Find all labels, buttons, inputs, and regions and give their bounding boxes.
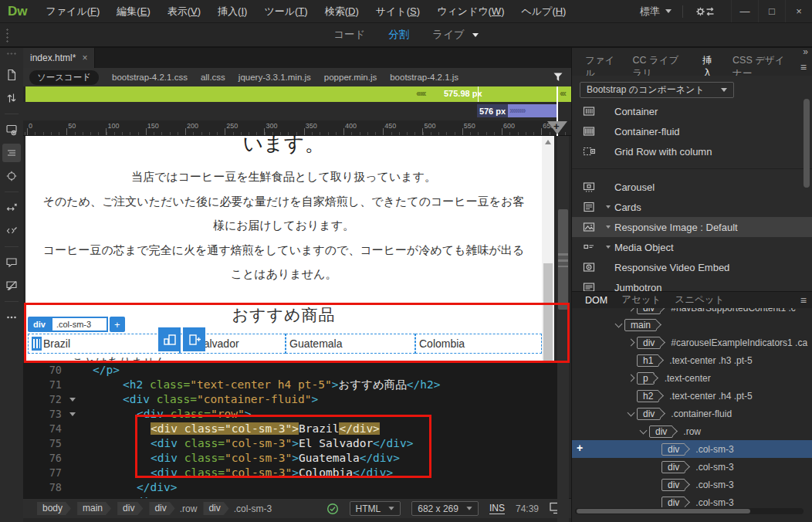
panel-menu-icon[interactable]: ≡ — [800, 294, 807, 307]
insert-item-container-fluid[interactable]: Container-fluid — [572, 121, 812, 141]
live-view[interactable]: います。 当店ではコーヒー豆を生鮮食品として取り扱っています。そのため、ご注文い… — [25, 136, 554, 363]
dom-tag-pill[interactable]: div — [637, 308, 661, 314]
view-mode-code[interactable]: コード — [333, 28, 365, 42]
item-dropdown-caret-icon[interactable] — [606, 225, 614, 229]
related-file[interactable]: bootstrap-4.2.1.js — [390, 73, 458, 82]
maximize-button[interactable]: □ — [758, 0, 785, 22]
menu-item-V[interactable]: 表示(V) — [159, 5, 209, 17]
insert-item-grid-row-with-column[interactable]: Grid Row with column — [572, 141, 812, 161]
menu-item-T[interactable]: ツール(T) — [255, 5, 316, 17]
live-view-scrollbar-thumb[interactable] — [543, 263, 553, 361]
column-cell-guatemala[interactable]: Guatemala — [286, 334, 415, 354]
add-element-icon[interactable]: + — [577, 442, 583, 454]
insert-item-media-object[interactable]: Media Object — [572, 237, 812, 257]
menu-item-E[interactable]: 編集(E) — [108, 5, 158, 17]
menu-item-F[interactable]: ファイル(F) — [38, 5, 109, 17]
code-fold-arrow-icon[interactable] — [69, 412, 76, 416]
dom-row-div--navBarSupportedContent1-c[interactable]: div#navBarSupportedContent1 .c — [572, 308, 812, 316]
code-edit-button[interactable] — [2, 222, 21, 240]
dom-horizontal-scrollbar-thumb[interactable] — [577, 509, 750, 514]
inspect-mode-button[interactable] — [2, 167, 21, 185]
dom-row-div--row[interactable]: div.row — [572, 422, 812, 440]
dom-tag-pill[interactable]: h1 — [637, 354, 659, 367]
insert-item-cards[interactable]: Cards — [572, 197, 812, 217]
dom-row-div--col-sm-3[interactable]: div.col-sm-3 — [572, 493, 812, 507]
live-code-options-button[interactable] — [2, 120, 21, 139]
dom-row-h2--text-center-h4-pt-5[interactable]: h2.text-center .h4 .pt-5 — [572, 387, 812, 405]
swap-size-button[interactable] — [158, 327, 181, 351]
dom-panel-tab-アセット[interactable]: アセット — [614, 293, 668, 307]
expander-right-icon[interactable] — [624, 308, 637, 310]
dom-row-div--col-sm-3[interactable]: div.col-sm-3 — [572, 458, 812, 476]
dom-panel-tab-DOM[interactable]: DOM — [578, 295, 614, 306]
menu-item-D[interactable]: 検索(D) — [316, 5, 367, 17]
menu-item-S[interactable]: サイト(S) — [367, 5, 428, 17]
dom-row-h1--text-center-h3-pt-5[interactable]: h1.text-center .h3 .pt-5 — [572, 351, 812, 369]
insert-item-container[interactable]: Container — [572, 101, 812, 121]
dom-tag-pill[interactable]: h2 — [637, 390, 659, 402]
file-button[interactable] — [2, 66, 21, 84]
column-cell-brazil[interactable]: Brazil — [28, 334, 180, 354]
live-view-scrollbar[interactable] — [542, 136, 554, 363]
item-dropdown-caret-icon[interactable] — [606, 205, 614, 208]
dom-tag-pill[interactable]: div — [661, 461, 685, 473]
menu-item-I[interactable]: 挿入(I) — [209, 5, 255, 17]
insert-category-dropdown[interactable]: Bootstrap のコンポーネント — [580, 82, 734, 98]
sync-arrows-button[interactable] — [2, 89, 21, 107]
dom-tag-pill[interactable]: p — [637, 372, 655, 385]
add-class-button[interactable]: + — [110, 317, 125, 332]
dom-row-div--col-sm-3[interactable]: div.col-sm-3 — [572, 476, 812, 493]
sync-settings-button[interactable] — [688, 5, 723, 18]
dom-horizontal-scrollbar[interactable] — [575, 508, 804, 514]
panel-menu-icon[interactable]: ≡ — [800, 61, 807, 73]
insert-panel-scrollbar-thumb[interactable] — [804, 99, 810, 188]
element-display-class-input[interactable]: .col-sm-3 — [51, 317, 108, 332]
format-source-button[interactable] — [2, 144, 21, 162]
dom-row-main[interactable]: main — [572, 316, 812, 334]
insert-mode-toggle[interactable]: INS — [489, 503, 505, 514]
scrubber-chevron-band[interactable]: ›››››››› — [508, 104, 557, 117]
close-button[interactable]: × — [785, 0, 812, 22]
dom-tag-pill[interactable]: div — [661, 479, 685, 491]
related-file[interactable]: jquery-3.3.1.min.js — [239, 73, 311, 82]
toolbar-grip[interactable] — [5, 28, 9, 43]
expander-right-icon[interactable] — [624, 340, 637, 345]
insert-item-responsive-image-default[interactable]: Responsive Image : Default — [572, 217, 812, 237]
menu-item-H[interactable]: ヘルプ(H) — [513, 5, 574, 17]
editor-scrollbar[interactable] — [557, 136, 569, 522]
insert-item-jumbotron[interactable]: Jumbotron — [572, 277, 812, 291]
insert-item-responsive-video-embed[interactable]: Responsive Video Embed — [572, 257, 812, 277]
collapse-panel-icon[interactable]: » — [803, 46, 807, 57]
breadcrumb-main[interactable]: main — [77, 502, 111, 515]
item-dropdown-caret-icon[interactable] — [606, 246, 614, 249]
expander-down-icon[interactable] — [624, 412, 637, 415]
insert-element-button[interactable] — [183, 327, 205, 351]
related-file[interactable]: all.css — [201, 73, 225, 82]
dom-tag-pill[interactable]: div — [637, 408, 661, 420]
dom-row-div--carouselExampleIndicators1-ca[interactable]: div#carouselExampleIndicators1 .ca — [572, 334, 812, 351]
expander-down-icon[interactable] — [612, 323, 624, 327]
related-file[interactable]: popper.min.js — [324, 73, 377, 82]
source-code-button[interactable]: ソースコード — [29, 70, 99, 85]
scroll-up-arrow-icon[interactable] — [545, 140, 551, 144]
code-fold-arrow-icon[interactable] — [69, 398, 76, 402]
breadcrumb-body[interactable]: body — [37, 502, 71, 515]
document-tab[interactable]: index.html* × — [23, 48, 95, 68]
dom-row-div--container-fluid[interactable]: div.container-fluid — [572, 405, 812, 422]
view-mode-live[interactable]: ライブ — [432, 28, 478, 42]
dom-row-p--text-center[interactable]: p.text-center — [572, 369, 812, 387]
editor-scrollbar-thumb[interactable] — [558, 209, 568, 310]
comment-remove-button[interactable] — [2, 276, 21, 295]
close-icon[interactable]: × — [82, 53, 87, 63]
more-options-button[interactable] — [2, 308, 21, 327]
drag-handle-icon[interactable] — [32, 337, 42, 351]
element-display-tag[interactable]: div — [28, 317, 51, 332]
dom-tag-pill[interactable]: div — [661, 443, 685, 456]
workspace-switcher[interactable]: 標準 — [634, 5, 678, 19]
minimize-button[interactable]: — — [731, 0, 758, 22]
dom-tag-pill[interactable]: div — [661, 497, 685, 508]
dom-row-div--col-sm-3[interactable]: +div.col-sm-3 — [572, 440, 812, 458]
breadcrumb-div-col-sm-3[interactable]: div.col-sm-3 — [203, 502, 272, 515]
insert-item-carousel[interactable]: Carousel — [572, 177, 812, 197]
expander-down-icon[interactable] — [637, 429, 649, 433]
